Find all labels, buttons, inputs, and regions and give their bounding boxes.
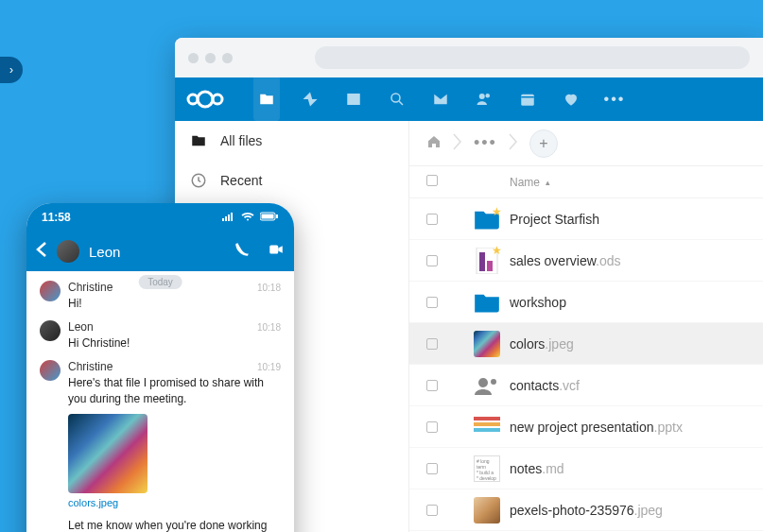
app-calendar-icon[interactable] [506,77,549,121]
file-thumbnail: ★ [464,209,510,230]
logo-icon[interactable] [184,89,226,110]
file-name[interactable]: sales overview.ods [510,253,746,268]
message-text: Here's that file I promised to share wit… [68,375,281,405]
phone-statusbar: 11:58 [26,203,294,232]
file-list-panel: ••• + Name ▴ ★Project Starfish★sales o [409,121,763,532]
window-dot[interactable] [188,53,199,63]
file-row[interactable]: colors.jpeg [409,323,763,365]
file-row[interactable]: ★sales overview.ods [409,240,763,282]
svg-point-4 [479,94,485,99]
column-name[interactable]: Name [510,176,540,189]
chat-message: Christine 10:19 Here's that file I promi… [26,356,294,532]
home-icon[interactable] [426,134,442,153]
file-name[interactable]: contacts.vcf [510,378,746,393]
avatar [40,281,61,301]
svg-point-20 [247,219,249,221]
app-favorites-icon[interactable] [549,77,593,121]
breadcrumb: ••• + [409,121,763,166]
avatar[interactable] [57,240,79,263]
file-name[interactable]: workshop [510,295,746,310]
signal-icon [222,211,235,224]
svg-point-3 [391,94,400,102]
svg-rect-9 [479,252,485,271]
attachment-thumbnail[interactable] [68,414,147,493]
status-time: 11:58 [42,211,71,224]
wifi-icon [241,211,254,224]
sidebar-item-label: Recent [220,173,262,188]
file-row[interactable]: workshop [409,282,763,323]
file-thumbnail [464,417,510,438]
svg-rect-19 [231,213,233,221]
file-name[interactable]: Project Starfish [510,212,746,227]
address-bar[interactable] [315,46,750,69]
svg-rect-16 [222,218,224,221]
add-button[interactable]: + [529,129,558,158]
file-name[interactable]: colors.jpeg [510,336,746,352]
row-checkbox[interactable] [426,380,438,391]
file-thumbnail [464,331,510,357]
file-row[interactable]: # long term* build a* developnotes.md [409,448,763,489]
svg-rect-14 [474,422,500,426]
row-checkbox[interactable] [426,463,438,474]
svg-rect-6 [521,94,534,106]
file-row[interactable]: pexels-photo-235976.jpeg [409,489,763,531]
app-contacts-icon[interactable] [462,77,506,121]
window-dot[interactable] [205,53,216,63]
app-activity-icon[interactable] [288,77,332,121]
app-switcher: ••• [245,77,636,121]
attachment[interactable]: colors.jpeg [68,414,147,508]
phone-frame: 11:58 Leon Today Christine 10:18 [26,203,294,532]
file-row[interactable]: contacts.vcf [409,365,763,406]
back-icon[interactable] [36,242,47,261]
list-header: Name ▴ [409,166,763,198]
sidebar-item-all-files[interactable]: All files [175,121,408,161]
browser-titlebar [175,38,763,77]
svg-rect-22 [262,215,274,219]
row-checkbox[interactable] [426,505,438,516]
svg-point-5 [486,94,491,98]
message-text: Hi Christine! [68,335,281,351]
sidebar-item-label: All files [220,133,262,148]
folder-icon [190,132,207,149]
attachment-label[interactable]: colors.jpeg [68,497,147,508]
app-files-icon[interactable] [245,77,288,121]
svg-point-12 [491,379,496,385]
app-mail-icon[interactable] [419,77,462,121]
plus-icon: + [539,135,547,152]
sidebar-item-recent[interactable]: Recent [175,161,408,200]
call-icon[interactable] [234,241,251,262]
svg-rect-18 [228,215,230,221]
select-all-checkbox[interactable] [426,175,438,186]
video-icon[interactable] [268,241,285,262]
file-thumbnail: ★ [464,248,510,274]
svg-rect-15 [474,428,500,432]
row-checkbox[interactable] [426,214,438,225]
app-search-icon[interactable] [375,77,419,121]
file-thumbnail [464,375,510,396]
chat-thread[interactable]: Today Christine 10:18 Hi! Leon 10:18 Hi … [26,271,294,532]
file-name[interactable]: pexels-photo-235976.jpeg [510,503,746,518]
svg-rect-13 [474,417,500,420]
phone-navbar: Leon [26,232,294,271]
chat-message: Leon 10:18 Hi Christine! [26,317,294,356]
sort-asc-icon[interactable]: ▴ [546,178,550,187]
file-name[interactable]: notes.md [510,461,746,476]
day-chip: Today [138,275,182,289]
row-checkbox[interactable] [426,421,438,433]
row-checkbox[interactable] [426,297,438,308]
breadcrumb-more[interactable]: ••• [474,133,497,153]
svg-rect-10 [487,261,493,271]
row-checkbox[interactable] [426,255,438,266]
window-dot[interactable] [222,53,233,63]
svg-rect-24 [269,246,278,254]
star-icon: ★ [492,205,502,218]
message-time: 10:19 [257,362,281,372]
avatar [40,360,61,381]
file-row[interactable]: new project presentation.pptx [409,406,763,448]
row-checkbox[interactable] [426,338,438,350]
file-name[interactable]: new project presentation.pptx [510,420,746,435]
file-row[interactable]: ★Project Starfish [409,198,763,240]
file-thumbnail: # long term* build a* develop [464,455,510,482]
app-gallery-icon[interactable] [332,77,375,121]
app-more-icon[interactable]: ••• [593,77,636,121]
